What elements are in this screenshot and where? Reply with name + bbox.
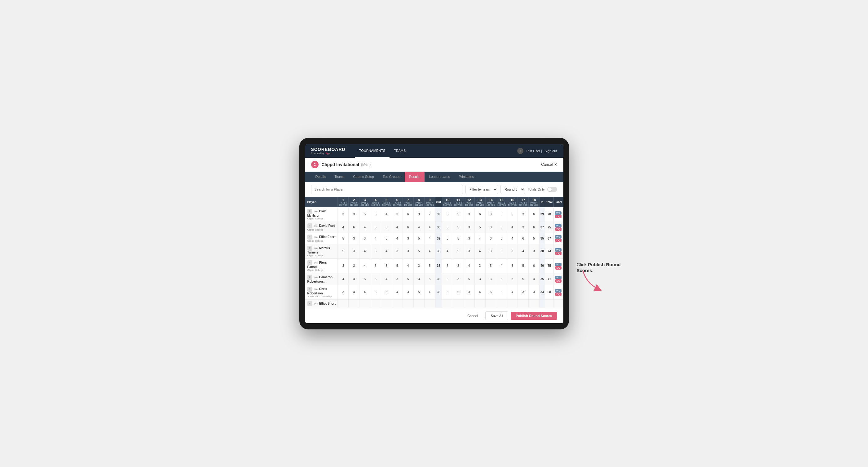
hole-13-score[interactable]: 4 (474, 285, 485, 299)
nav-teams[interactable]: TEAMS (390, 144, 410, 158)
hole-15-score[interactable]: 4 (496, 258, 507, 273)
hole-5-score[interactable]: 3 (381, 222, 392, 233)
tab-course-setup[interactable]: Course Setup (349, 172, 378, 182)
hole-5-score[interactable]: 4 (381, 244, 392, 258)
hole-4-score[interactable] (370, 299, 381, 308)
hole-6-score[interactable]: 3 (392, 244, 403, 258)
hole-4-score[interactable]: 4 (370, 233, 381, 244)
hole-16-score[interactable]: 4 (507, 285, 518, 299)
hole-14-score[interactable]: 3 (485, 273, 496, 285)
hole-3-score[interactable]: 5 (360, 207, 370, 222)
search-input[interactable] (311, 185, 463, 194)
hole-17-score[interactable]: 5 (518, 258, 529, 273)
hole-5-score[interactable]: 4 (381, 273, 392, 285)
dq-badge[interactable]: DQ (555, 279, 561, 283)
hole-12-score[interactable]: 3 (464, 222, 474, 233)
wd-badge[interactable]: WD (555, 276, 561, 279)
hole-5-score[interactable]: 4 (381, 207, 392, 222)
hole-13-score[interactable]: 5 (474, 222, 485, 233)
hole-16-score[interactable]: 3 (507, 273, 518, 285)
hole-13-score[interactable]: 4 (474, 244, 485, 258)
hole-2-score[interactable]: 4 (349, 273, 360, 285)
hole-16-score[interactable]: 4 (507, 222, 518, 233)
hole-17-score[interactable]: 5 (518, 273, 529, 285)
hole-6-score[interactable]: 3 (392, 273, 403, 285)
hole-15-score[interactable]: 5 (496, 233, 507, 244)
hole-15-score[interactable]: 3 (496, 285, 507, 299)
hole-17-score[interactable]: 3 (518, 207, 529, 222)
hole-10-score[interactable]: 3 (442, 222, 453, 233)
hole-16-score[interactable]: 4 (507, 233, 518, 244)
hole-14-score[interactable]: 3 (485, 233, 496, 244)
tab-leaderboards[interactable]: Leaderboards (425, 172, 454, 182)
publish-round-scores-button[interactable]: Publish Round Scores (511, 312, 557, 320)
hole-3-score[interactable]: 4 (360, 258, 370, 273)
hole-18-score[interactable]: 3 (529, 244, 539, 258)
tab-teams[interactable]: Teams (330, 172, 349, 182)
round-select[interactable]: Round 3 (500, 185, 525, 194)
hole-14-score[interactable]: 3 (485, 207, 496, 222)
hole-11-score[interactable]: 5 (453, 244, 464, 258)
dq-badge[interactable]: DQ (555, 239, 561, 242)
hole-3-score[interactable]: 4 (360, 244, 370, 258)
hole-7-score[interactable] (403, 299, 413, 308)
hole-3-score[interactable]: 4 (360, 285, 370, 299)
hole-4-score[interactable]: 5 (370, 258, 381, 273)
hole-14-score[interactable]: 3 (485, 244, 496, 258)
hole-9-score[interactable]: 7 (424, 207, 435, 222)
hole-2-score[interactable] (349, 299, 360, 308)
hole-7-score[interactable]: 6 (403, 222, 413, 233)
tab-details[interactable]: Details (311, 172, 330, 182)
hole-1-score[interactable]: 3 (338, 207, 349, 222)
hole-1-score[interactable]: 5 (338, 244, 349, 258)
hole-16-score[interactable]: 3 (507, 258, 518, 273)
wd-badge[interactable]: WD (555, 211, 561, 215)
hole-5-score[interactable]: 3 (381, 285, 392, 299)
cancel-tournament-button[interactable]: Cancel ✕ (541, 162, 557, 167)
hole-3-score[interactable]: 3 (360, 233, 370, 244)
dq-badge[interactable]: DQ (555, 252, 561, 255)
hole-12-score[interactable] (464, 299, 474, 308)
hole-12-score[interactable]: 5 (464, 273, 474, 285)
hole-3-score[interactable]: 4 (360, 222, 370, 233)
hole-7-score[interactable]: 5 (403, 273, 413, 285)
hole-4-score[interactable]: 5 (370, 244, 381, 258)
hole-9-score[interactable]: 4 (424, 233, 435, 244)
dq-badge[interactable]: DQ (555, 292, 561, 296)
hole-2-score[interactable]: 3 (349, 244, 360, 258)
hole-2-score[interactable]: 3 (349, 258, 360, 273)
hole-7-score[interactable]: 4 (403, 258, 413, 273)
hole-2-score[interactable]: 3 (349, 233, 360, 244)
nav-tournaments[interactable]: TOURNAMENTS (355, 144, 390, 158)
hole-2-score[interactable]: 6 (349, 222, 360, 233)
hole-11-score[interactable]: 5 (453, 222, 464, 233)
dq-badge[interactable]: DQ (555, 215, 561, 218)
hole-7-score[interactable]: 3 (403, 233, 413, 244)
tab-printables[interactable]: Printables (454, 172, 478, 182)
hole-14-score[interactable]: 5 (485, 285, 496, 299)
dq-badge[interactable]: DQ (555, 227, 561, 231)
hole-8-score[interactable]: 3 (413, 258, 424, 273)
hole-17-score[interactable]: 6 (518, 233, 529, 244)
hole-6-score[interactable]: 4 (392, 222, 403, 233)
hole-5-score[interactable] (381, 299, 392, 308)
hole-1-score[interactable]: 4 (338, 222, 349, 233)
hole-9-score[interactable]: 4 (424, 285, 435, 299)
hole-1-score[interactable] (338, 299, 349, 308)
hole-17-score[interactable] (518, 299, 529, 308)
hole-6-score[interactable]: 4 (392, 285, 403, 299)
hole-4-score[interactable]: 3 (370, 222, 381, 233)
hole-14-score[interactable]: 3 (485, 222, 496, 233)
hole-8-score[interactable]: 5 (413, 244, 424, 258)
hole-9-score[interactable]: 5 (424, 258, 435, 273)
hole-12-score[interactable]: 3 (464, 233, 474, 244)
hole-4-score[interactable]: 3 (370, 273, 381, 285)
wd-badge[interactable]: WD (555, 289, 561, 292)
hole-14-score[interactable]: 5 (485, 258, 496, 273)
hole-10-score[interactable]: 5 (442, 258, 453, 273)
hole-8-score[interactable]: 5 (413, 285, 424, 299)
hole-18-score[interactable]: 5 (529, 233, 539, 244)
hole-8-score[interactable]: 3 (413, 273, 424, 285)
hole-10-score[interactable]: 3 (442, 207, 453, 222)
hole-5-score[interactable]: 3 (381, 258, 392, 273)
